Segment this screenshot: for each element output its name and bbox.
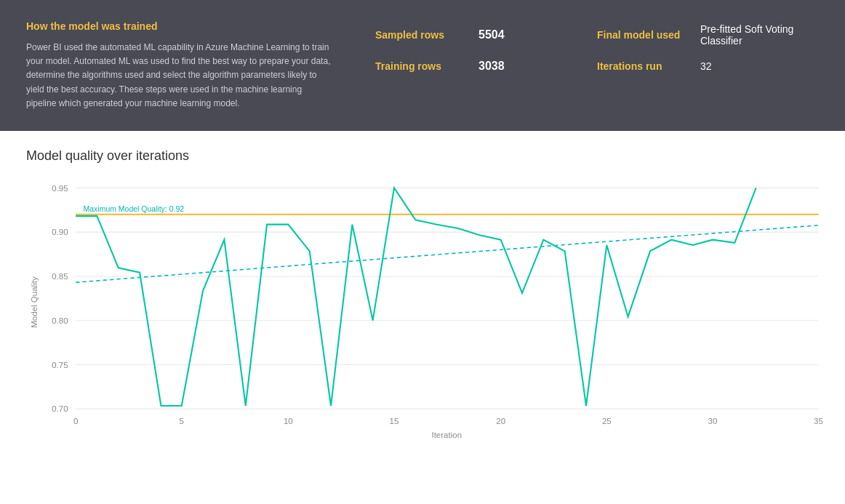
chart-title: Model quality over iterations xyxy=(26,148,819,164)
training-rows-label: Training rows xyxy=(375,60,470,72)
final-model-label: Final model used xyxy=(597,29,692,41)
svg-text:10: 10 xyxy=(284,417,293,425)
iterations-value: 32 xyxy=(700,60,712,72)
description-text: Power BI used the automated ML capabilit… xyxy=(26,41,332,111)
chart-container: 0.95 0.90 0.85 0.80 0.75 0.70 0 5 10 15 xyxy=(26,175,812,452)
svg-text:20: 20 xyxy=(496,417,505,425)
sampled-rows-label: Sampled rows xyxy=(375,29,470,41)
stats-row-2: Training rows 3038 Iterations run 32 xyxy=(375,60,819,73)
iterations-item: Iterations run 32 xyxy=(597,60,819,72)
iterations-label: Iterations run xyxy=(597,60,692,72)
data-line xyxy=(76,188,756,406)
stats-row-1: Sampled rows 5504 Final model used Pre-f… xyxy=(375,23,819,47)
svg-text:0.85: 0.85 xyxy=(52,272,68,281)
description-block: How the model was trained Power BI used … xyxy=(26,20,332,111)
svg-text:0.70: 0.70 xyxy=(52,404,68,413)
top-panel: How the model was trained Power BI used … xyxy=(0,0,845,131)
final-model-value: Pre-fitted Soft Voting Classifier xyxy=(700,23,819,47)
svg-text:0: 0 xyxy=(73,417,78,425)
training-rows-value: 3038 xyxy=(478,60,522,73)
bottom-panel: Model quality over iterations 0.95 0.90 … xyxy=(0,131,845,459)
svg-text:5: 5 xyxy=(180,417,184,425)
svg-text:25: 25 xyxy=(602,417,612,425)
y-axis-group: 0.95 0.90 0.85 0.80 0.75 0.70 xyxy=(52,184,818,414)
svg-text:Model Quality: Model Quality xyxy=(30,276,39,328)
sampled-rows-item: Sampled rows 5504 xyxy=(375,28,597,41)
svg-text:15: 15 xyxy=(390,417,399,425)
training-rows-item: Training rows 3038 xyxy=(375,60,597,73)
chart-svg: 0.95 0.90 0.85 0.80 0.75 0.70 0 5 10 15 xyxy=(26,175,826,444)
svg-text:0.95: 0.95 xyxy=(52,184,68,193)
description-title: How the model was trained xyxy=(26,20,332,32)
svg-text:Iteration: Iteration xyxy=(431,431,462,439)
svg-text:0.75: 0.75 xyxy=(52,361,68,369)
svg-text:0.90: 0.90 xyxy=(52,228,68,236)
svg-text:35: 35 xyxy=(814,417,823,425)
trend-line xyxy=(76,225,818,283)
stats-block: Sampled rows 5504 Final model used Pre-f… xyxy=(375,20,819,73)
svg-text:0.80: 0.80 xyxy=(52,316,68,325)
sampled-rows-value: 5504 xyxy=(478,28,522,41)
max-quality-label: Maximum Model Quality: 0.92 xyxy=(84,205,185,213)
x-axis-group: 0 5 10 15 20 25 30 35 Iteration xyxy=(73,417,823,439)
svg-text:30: 30 xyxy=(708,417,717,425)
final-model-item: Final model used Pre-fitted Soft Voting … xyxy=(597,23,819,47)
